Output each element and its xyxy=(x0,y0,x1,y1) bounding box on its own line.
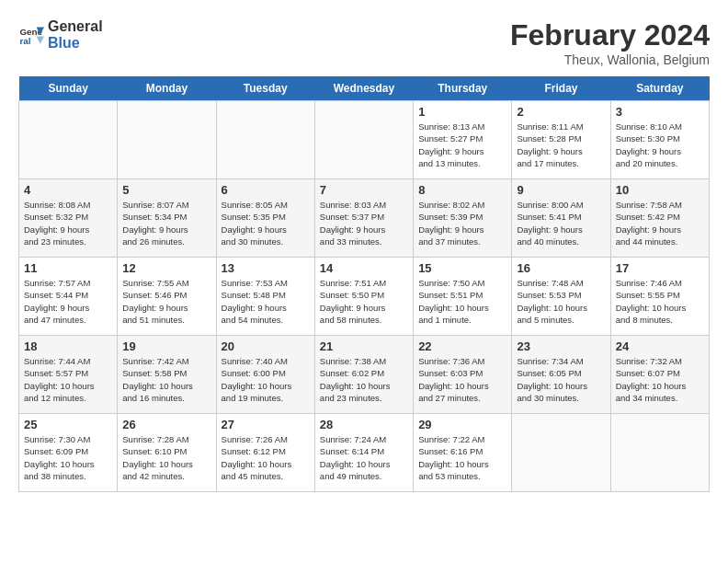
day-info: Sunrise: 7:32 AM Sunset: 6:07 PM Dayligh… xyxy=(616,355,704,404)
calendar-day-cell: 24Sunrise: 7:32 AM Sunset: 6:07 PM Dayli… xyxy=(610,336,709,414)
day-info: Sunrise: 8:03 AM Sunset: 5:37 PM Dayligh… xyxy=(320,199,408,247)
calendar-day-cell: 16Sunrise: 7:48 AM Sunset: 5:53 PM Dayli… xyxy=(512,258,610,336)
day-info: Sunrise: 8:07 AM Sunset: 5:34 PM Dayligh… xyxy=(122,199,210,247)
day-number: 13 xyxy=(222,261,310,275)
day-number: 3 xyxy=(616,105,704,119)
calendar-table: SundayMondayTuesdayWednesdayThursdayFrid… xyxy=(18,76,710,492)
calendar-day-cell: 22Sunrise: 7:36 AM Sunset: 6:03 PM Dayli… xyxy=(414,336,512,414)
day-number: 2 xyxy=(517,105,605,119)
calendar-day-cell: 20Sunrise: 7:40 AM Sunset: 6:00 PM Dayli… xyxy=(216,336,314,414)
day-number: 4 xyxy=(24,183,112,197)
calendar-week-row: 18Sunrise: 7:44 AM Sunset: 5:57 PM Dayli… xyxy=(19,336,710,414)
day-info: Sunrise: 7:57 AM Sunset: 5:44 PM Dayligh… xyxy=(24,277,112,326)
day-number: 24 xyxy=(616,339,704,353)
day-number: 18 xyxy=(24,339,112,353)
day-info: Sunrise: 7:30 AM Sunset: 6:09 PM Dayligh… xyxy=(24,433,112,482)
calendar-day-cell: 21Sunrise: 7:38 AM Sunset: 6:02 PM Dayli… xyxy=(314,336,413,414)
day-info: Sunrise: 8:10 AM Sunset: 5:30 PM Dayligh… xyxy=(616,121,704,169)
day-number: 7 xyxy=(320,183,408,197)
day-info: Sunrise: 7:36 AM Sunset: 6:03 PM Dayligh… xyxy=(418,355,506,404)
calendar-day-cell: 1Sunrise: 8:13 AM Sunset: 5:27 PM Daylig… xyxy=(414,101,512,179)
day-number: 21 xyxy=(320,339,408,353)
calendar-day-cell xyxy=(610,414,709,492)
location-subtitle: Theux, Wallonia, Belgium xyxy=(510,52,710,67)
day-info: Sunrise: 7:22 AM Sunset: 6:16 PM Dayligh… xyxy=(418,433,506,482)
day-info: Sunrise: 7:34 AM Sunset: 6:05 PM Dayligh… xyxy=(517,355,605,404)
day-info: Sunrise: 7:51 AM Sunset: 5:50 PM Dayligh… xyxy=(320,277,408,326)
day-info: Sunrise: 7:53 AM Sunset: 5:48 PM Dayligh… xyxy=(222,277,310,326)
day-info: Sunrise: 7:24 AM Sunset: 6:14 PM Dayligh… xyxy=(320,433,408,482)
day-number: 10 xyxy=(616,183,704,197)
calendar-day-cell: 8Sunrise: 8:02 AM Sunset: 5:39 PM Daylig… xyxy=(414,179,512,258)
day-info: Sunrise: 7:28 AM Sunset: 6:10 PM Dayligh… xyxy=(122,433,210,482)
day-of-week-header: Thursday xyxy=(414,76,512,101)
calendar-day-cell xyxy=(512,414,610,492)
day-number: 20 xyxy=(222,339,310,353)
day-info: Sunrise: 8:11 AM Sunset: 5:28 PM Dayligh… xyxy=(517,121,605,169)
calendar-day-cell: 15Sunrise: 7:50 AM Sunset: 5:51 PM Dayli… xyxy=(414,258,512,336)
day-info: Sunrise: 7:42 AM Sunset: 5:58 PM Dayligh… xyxy=(122,355,210,404)
day-number: 15 xyxy=(418,261,506,275)
calendar-day-cell xyxy=(19,101,118,179)
calendar-week-row: 11Sunrise: 7:57 AM Sunset: 5:44 PM Dayli… xyxy=(19,258,710,336)
logo-text-line1: General xyxy=(48,18,103,35)
day-number: 16 xyxy=(517,261,605,275)
day-number: 25 xyxy=(24,418,112,431)
calendar-header-row: SundayMondayTuesdayWednesdayThursdayFrid… xyxy=(19,76,710,101)
calendar-week-row: 1Sunrise: 8:13 AM Sunset: 5:27 PM Daylig… xyxy=(19,101,710,179)
calendar-day-cell: 3Sunrise: 8:10 AM Sunset: 5:30 PM Daylig… xyxy=(610,101,709,179)
calendar-day-cell: 23Sunrise: 7:34 AM Sunset: 6:05 PM Dayli… xyxy=(512,336,610,414)
day-info: Sunrise: 8:02 AM Sunset: 5:39 PM Dayligh… xyxy=(418,199,506,247)
day-number: 9 xyxy=(517,183,605,197)
day-info: Sunrise: 7:50 AM Sunset: 5:51 PM Dayligh… xyxy=(418,277,506,326)
calendar-day-cell xyxy=(216,101,314,179)
day-info: Sunrise: 7:38 AM Sunset: 6:02 PM Dayligh… xyxy=(320,355,408,404)
day-info: Sunrise: 8:13 AM Sunset: 5:27 PM Dayligh… xyxy=(418,121,506,169)
day-number: 8 xyxy=(418,183,506,197)
day-number: 29 xyxy=(418,418,506,431)
day-number: 14 xyxy=(320,261,408,275)
day-number: 17 xyxy=(616,261,704,275)
calendar-day-cell: 26Sunrise: 7:28 AM Sunset: 6:10 PM Dayli… xyxy=(118,414,216,492)
calendar-day-cell: 25Sunrise: 7:30 AM Sunset: 6:09 PM Dayli… xyxy=(19,414,118,492)
calendar-day-cell: 4Sunrise: 8:08 AM Sunset: 5:32 PM Daylig… xyxy=(19,179,118,258)
day-info: Sunrise: 7:48 AM Sunset: 5:53 PM Dayligh… xyxy=(517,277,605,326)
page-header: Gene ral General Blue February 2024 Theu… xyxy=(18,18,710,67)
day-number: 5 xyxy=(122,183,210,197)
calendar-day-cell: 7Sunrise: 8:03 AM Sunset: 5:37 PM Daylig… xyxy=(314,179,413,258)
day-info: Sunrise: 7:58 AM Sunset: 5:42 PM Dayligh… xyxy=(616,199,704,247)
calendar-day-cell: 2Sunrise: 8:11 AM Sunset: 5:28 PM Daylig… xyxy=(512,101,610,179)
day-number: 22 xyxy=(418,339,506,353)
day-of-week-header: Saturday xyxy=(610,76,709,101)
day-number: 23 xyxy=(517,339,605,353)
day-number: 6 xyxy=(222,183,310,197)
logo-icon: Gene ral xyxy=(18,22,44,48)
day-number: 1 xyxy=(418,105,506,119)
calendar-day-cell: 5Sunrise: 8:07 AM Sunset: 5:34 PM Daylig… xyxy=(118,179,216,258)
logo-text-line2: Blue xyxy=(48,35,103,52)
calendar-day-cell: 17Sunrise: 7:46 AM Sunset: 5:55 PM Dayli… xyxy=(610,258,709,336)
day-info: Sunrise: 7:55 AM Sunset: 5:46 PM Dayligh… xyxy=(122,277,210,326)
calendar-day-cell: 9Sunrise: 8:00 AM Sunset: 5:41 PM Daylig… xyxy=(512,179,610,258)
calendar-day-cell xyxy=(314,101,413,179)
calendar-week-row: 25Sunrise: 7:30 AM Sunset: 6:09 PM Dayli… xyxy=(19,414,710,492)
day-of-week-header: Friday xyxy=(512,76,610,101)
calendar-day-cell: 19Sunrise: 7:42 AM Sunset: 5:58 PM Dayli… xyxy=(118,336,216,414)
calendar-day-cell: 10Sunrise: 7:58 AM Sunset: 5:42 PM Dayli… xyxy=(610,179,709,258)
month-year-title: February 2024 xyxy=(510,18,710,52)
calendar-day-cell: 27Sunrise: 7:26 AM Sunset: 6:12 PM Dayli… xyxy=(216,414,314,492)
day-info: Sunrise: 7:26 AM Sunset: 6:12 PM Dayligh… xyxy=(222,433,310,482)
day-of-week-header: Sunday xyxy=(19,76,118,101)
calendar-week-row: 4Sunrise: 8:08 AM Sunset: 5:32 PM Daylig… xyxy=(19,179,710,258)
day-info: Sunrise: 7:46 AM Sunset: 5:55 PM Dayligh… xyxy=(616,277,704,326)
day-number: 12 xyxy=(122,261,210,275)
title-block: February 2024 Theux, Wallonia, Belgium xyxy=(510,18,710,67)
day-of-week-header: Tuesday xyxy=(216,76,314,101)
day-of-week-header: Monday xyxy=(118,76,216,101)
svg-text:ral: ral xyxy=(19,35,30,45)
day-info: Sunrise: 8:05 AM Sunset: 5:35 PM Dayligh… xyxy=(222,199,310,247)
calendar-day-cell: 13Sunrise: 7:53 AM Sunset: 5:48 PM Dayli… xyxy=(216,258,314,336)
calendar-day-cell: 28Sunrise: 7:24 AM Sunset: 6:14 PM Dayli… xyxy=(314,414,413,492)
calendar-day-cell xyxy=(118,101,216,179)
day-number: 26 xyxy=(122,418,210,431)
